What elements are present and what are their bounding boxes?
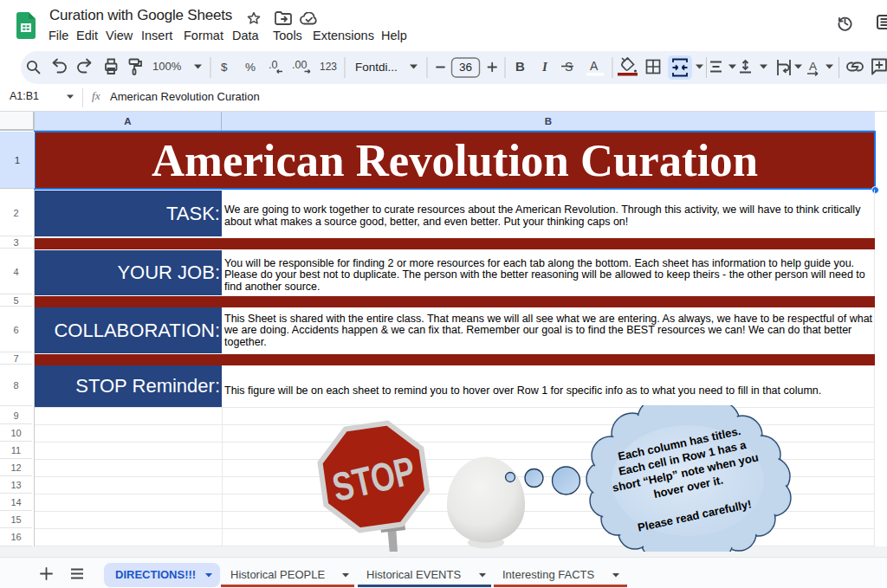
svg-text:100%: 100%: [152, 60, 182, 73]
svg-text:A: A: [809, 60, 817, 73]
svg-text:$: $: [221, 61, 228, 74]
svg-text:I: I: [541, 60, 548, 74]
svg-text:36: 36: [459, 61, 472, 74]
svg-text:Fontdi...: Fontdi...: [355, 61, 398, 74]
svg-text:.00: .00: [292, 59, 307, 71]
svg-text:123: 123: [320, 61, 337, 73]
svg-text:A: A: [590, 59, 599, 73]
svg-text:B: B: [515, 59, 525, 74]
svg-text:%: %: [245, 61, 256, 74]
svg-text:.0: .0: [269, 59, 277, 71]
